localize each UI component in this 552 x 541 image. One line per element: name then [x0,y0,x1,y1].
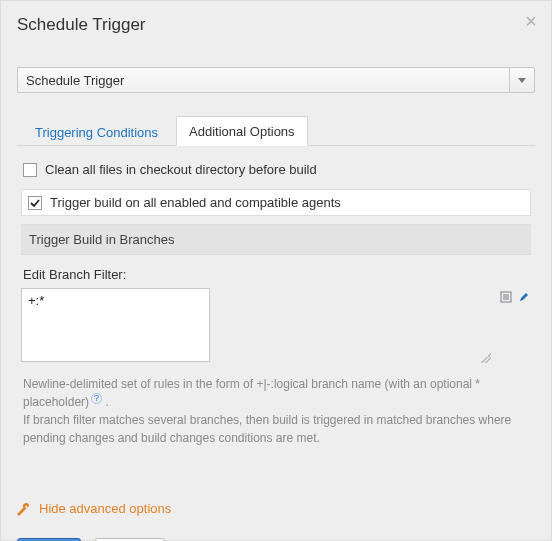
trigger-type-select[interactable]: Schedule Trigger [17,67,535,93]
schedule-trigger-dialog: Schedule Trigger × Schedule Trigger Trig… [0,0,552,541]
branch-help-text-2: If branch filter matches several branche… [23,413,511,445]
trigger-type-value: Schedule Trigger [17,67,509,93]
branch-filter-label: Edit Branch Filter: [23,267,529,282]
list-icon[interactable] [499,290,513,304]
tab-triggering-conditions[interactable]: Triggering Conditions [23,118,170,146]
resize-handle-icon[interactable] [481,353,491,363]
hide-advanced-options-link[interactable]: Hide advanced options [17,501,535,516]
close-icon[interactable]: × [525,11,537,31]
hide-advanced-options-label: Hide advanced options [39,501,171,516]
help-icon[interactable]: ? [91,393,102,404]
clean-files-checkbox[interactable] [23,163,37,177]
branch-filter-row [21,288,531,365]
trigger-all-agents-checkbox[interactable] [28,196,42,210]
branch-filter-textarea[interactable] [21,288,210,362]
clean-files-row[interactable]: Clean all files in checkout directory be… [21,158,531,181]
branch-help-text-1-suffix: . [105,395,108,409]
dialog-body: Schedule Trigger Triggering Conditions A… [1,45,551,465]
trigger-all-agents-row[interactable]: Trigger build on all enabled and compati… [21,189,531,216]
edit-icon[interactable] [517,290,531,304]
wrench-icon [17,502,31,516]
chevron-down-icon [518,78,526,83]
branch-help-text-1: Newline-delimited set of rules in the fo… [23,377,480,409]
checkmark-icon [30,198,40,208]
trigger-type-dropdown-button[interactable] [509,67,535,93]
dialog-header: Schedule Trigger × [1,1,551,45]
tab-bar: Triggering Conditions Additional Options [17,115,535,146]
tab-additional-options[interactable]: Additional Options [176,116,308,146]
trigger-all-agents-label: Trigger build on all enabled and compati… [50,195,341,210]
branch-filter-wrap [21,288,493,365]
branch-filter-tools [499,288,531,304]
additional-options-panel: Clean all files in checkout directory be… [17,146,535,453]
branch-filter-help: Newline-delimited set of rules in the fo… [23,375,529,447]
branches-section-header: Trigger Build in Branches [21,224,531,255]
clean-files-label: Clean all files in checkout directory be… [45,162,317,177]
dialog-title: Schedule Trigger [17,15,535,35]
